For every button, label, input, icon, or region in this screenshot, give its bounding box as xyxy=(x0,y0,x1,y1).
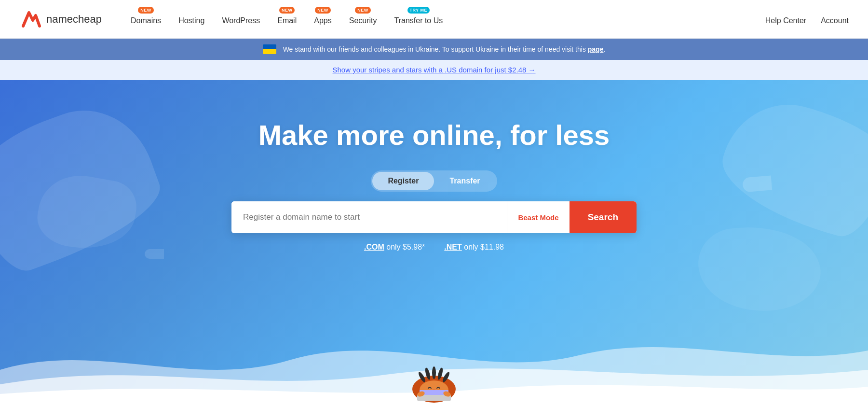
nav-label-transfer: Transfer to Us xyxy=(394,14,443,25)
nav-label-domains: Domains xyxy=(131,14,161,25)
nav-label-account: Account xyxy=(821,14,849,25)
net-domain-link[interactable]: .NET only $11.98 xyxy=(444,243,504,252)
ukraine-banner-text: We stand with our friends and colleagues… xyxy=(283,45,606,53)
security-badge: NEW xyxy=(355,7,371,14)
nav-label-email: Email xyxy=(277,14,297,25)
ukraine-banner: We stand with our friends and colleagues… xyxy=(0,39,868,60)
wave-decoration-1 xyxy=(33,169,140,257)
main-nav: NEW Domains Hosting WordPress NEW Email … xyxy=(131,14,765,25)
hero-section: Make more online, for less Register Tran… xyxy=(0,80,868,407)
namecheap-logo-icon xyxy=(19,8,42,31)
apps-badge: NEW xyxy=(315,7,331,14)
nav-label-hosting: Hosting xyxy=(178,14,204,25)
search-button[interactable]: Search xyxy=(570,201,637,233)
transfer-badge: TRY ME xyxy=(407,7,430,14)
ukraine-flag-icon xyxy=(263,44,276,54)
nav-item-apps[interactable]: NEW Apps xyxy=(314,14,331,25)
hero-title: Make more online, for less xyxy=(258,119,610,151)
fish-decoration-1 xyxy=(742,175,772,192)
nav-label-help: Help Center xyxy=(765,14,806,25)
manta-right-decoration xyxy=(711,90,868,244)
nav-item-wordpress[interactable]: WordPress xyxy=(222,14,260,25)
manta-left-decoration xyxy=(0,91,172,281)
email-badge: NEW xyxy=(279,7,295,14)
nav-label-wordpress: WordPress xyxy=(222,14,260,25)
nav-item-hosting[interactable]: Hosting xyxy=(178,14,204,25)
hedgehog-mascot xyxy=(403,351,465,404)
logo-text: namecheap xyxy=(46,13,102,26)
hedgehog-svg xyxy=(403,351,465,404)
wave-decoration-2 xyxy=(694,217,826,320)
domain-price-links: .COM only $5.98* .NET only $11.98 xyxy=(364,243,504,252)
nav-label-apps: Apps xyxy=(314,14,331,25)
ukraine-page-link[interactable]: page xyxy=(588,45,604,53)
nav-item-transfer[interactable]: TRY ME Transfer to Us xyxy=(394,14,443,25)
main-header: namecheap NEW Domains Hosting WordPress … xyxy=(0,0,868,39)
nav-item-account[interactable]: Account xyxy=(821,14,849,25)
beast-mode-button[interactable]: Beast Mode xyxy=(507,201,569,233)
nav-label-security: Security xyxy=(349,14,377,25)
fish-decoration-2 xyxy=(145,249,164,259)
nav-item-help[interactable]: Help Center xyxy=(765,14,806,25)
register-tab[interactable]: Register xyxy=(372,172,434,190)
domains-badge: NEW xyxy=(138,7,154,14)
logo-link[interactable]: namecheap xyxy=(19,8,102,31)
promo-banner: Show your stripes and stars with a .US d… xyxy=(0,60,868,80)
nav-item-domains[interactable]: NEW Domains xyxy=(131,14,161,25)
nav-item-email[interactable]: NEW Email xyxy=(277,14,297,25)
nav-right: Help Center Account xyxy=(765,14,849,25)
domain-search-box: Beast Mode Search xyxy=(231,201,637,233)
domain-search-input[interactable] xyxy=(231,201,507,233)
svg-point-3 xyxy=(432,366,436,379)
com-domain-link[interactable]: .COM only $5.98* xyxy=(364,243,425,252)
transfer-tab[interactable]: Transfer xyxy=(434,172,495,190)
promo-link[interactable]: Show your stripes and stars with a .US d… xyxy=(332,66,535,74)
nav-item-security[interactable]: NEW Security xyxy=(349,14,377,25)
domain-tab-group: Register Transfer xyxy=(371,170,497,192)
